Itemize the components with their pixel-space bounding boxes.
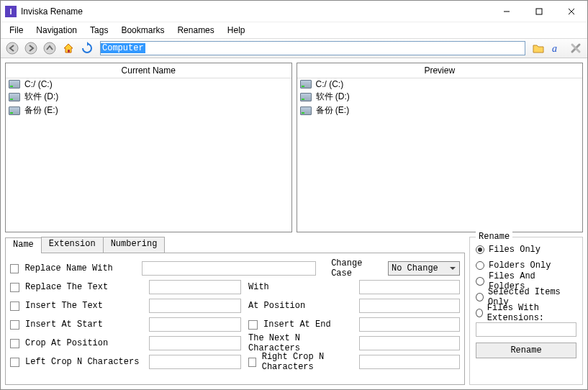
replace-name-label: Replace Name With <box>24 263 139 273</box>
radio-files-and-folders[interactable] <box>476 277 484 286</box>
preview-list[interactable]: C:/ (C:) 软件 (D:) 备份 (E:) <box>297 78 583 232</box>
radio-files-with-ext[interactable] <box>476 309 483 317</box>
up-button[interactable] <box>41 40 58 57</box>
case-button[interactable]: a <box>548 40 566 57</box>
list-item[interactable]: 软件 (D:) <box>297 90 583 104</box>
drive-icon <box>9 106 20 115</box>
radio-selected-only[interactable] <box>476 293 484 301</box>
app-icon: I <box>5 6 17 17</box>
home-button[interactable] <box>60 40 77 57</box>
right-crop-checkbox[interactable] <box>248 358 256 367</box>
right-crop-label: Right Crop N Characters <box>262 352 356 372</box>
titlebar: I Inviska Rename <box>1 1 587 22</box>
radio-files-only[interactable] <box>476 245 484 254</box>
tab-numbering[interactable]: Numbering <box>103 237 166 253</box>
minimize-button[interactable] <box>490 1 523 22</box>
insert-start-input[interactable] <box>149 317 241 332</box>
change-case-select[interactable]: No Change <box>388 261 460 276</box>
item-label: C:/ (C:) <box>316 79 344 89</box>
item-label: 软件 (D:) <box>24 91 58 103</box>
radio-folders-only[interactable] <box>476 261 484 270</box>
window-title: Inviska Rename <box>21 6 490 17</box>
svg-text:a: a <box>552 43 557 54</box>
menu-tags[interactable]: Tags <box>84 24 114 37</box>
radio-files-only-label: Files Only <box>489 245 540 255</box>
insert-text-checkbox[interactable] <box>10 301 19 311</box>
insert-end-checkbox[interactable] <box>248 320 258 330</box>
insert-text-input[interactable] <box>149 299 241 313</box>
bottom-area: Name Extension Numbering Replace Name Wi… <box>1 237 587 389</box>
tab-name-body: Replace Name With Change Case No Change … <box>5 253 465 385</box>
menu-help[interactable]: Help <box>222 24 251 37</box>
at-position-input[interactable] <box>359 299 460 313</box>
insert-end-label: Insert At End <box>263 319 331 330</box>
replace-text-input[interactable] <box>149 280 241 294</box>
tab-name[interactable]: Name <box>5 237 42 253</box>
tab-extension[interactable]: Extension <box>41 237 104 253</box>
insert-text-label: Insert The Text <box>25 301 146 311</box>
replace-name-checkbox[interactable] <box>10 264 19 273</box>
drive-icon <box>300 80 312 89</box>
right-crop-input[interactable] <box>359 355 460 369</box>
list-item[interactable]: C:/ (C:) <box>297 78 583 90</box>
replace-text-label: Replace The Text <box>25 282 146 292</box>
menubar: File Navigation Tags Bookmarks Renames H… <box>1 22 587 38</box>
insert-start-label: Insert At Start <box>25 319 146 330</box>
replace-name-input[interactable] <box>142 261 316 276</box>
crop-pos-checkbox[interactable] <box>10 339 19 348</box>
menu-renames[interactable]: Renames <box>171 24 220 37</box>
next-n-label: The Next N Characters <box>248 333 356 353</box>
forward-button[interactable] <box>22 40 40 57</box>
current-name-list[interactable]: C:/ (C:) 软件 (D:) 备份 (E:) <box>6 78 291 232</box>
rename-options-tabs: Name Extension Numbering Replace Name Wi… <box>5 237 465 385</box>
crop-pos-input[interactable] <box>149 336 241 350</box>
refresh-button[interactable] <box>78 40 96 57</box>
change-case-label: Change Case <box>331 258 385 278</box>
list-item[interactable]: 备份 (E:) <box>6 104 291 117</box>
current-name-header: Current Name <box>6 63 291 78</box>
change-case-value: No Change <box>392 263 438 273</box>
svg-point-6 <box>44 42 55 54</box>
svg-rect-7 <box>68 50 70 53</box>
rename-group-title: Rename <box>476 232 512 242</box>
menu-bookmarks[interactable]: Bookmarks <box>115 24 170 37</box>
svg-point-5 <box>25 42 37 54</box>
radio-files-with-ext-label: Files With Extensions: <box>487 303 576 323</box>
svg-rect-1 <box>536 9 542 14</box>
item-label: C:/ (C:) <box>24 79 53 89</box>
extensions-input[interactable] <box>476 322 576 337</box>
item-label: 软件 (D:) <box>316 91 350 103</box>
left-crop-checkbox[interactable] <box>10 358 19 367</box>
replace-with-input[interactable] <box>359 280 460 294</box>
insert-end-input[interactable] <box>359 317 460 332</box>
insert-start-checkbox[interactable] <box>10 320 19 330</box>
menu-file[interactable]: File <box>4 24 29 37</box>
with-label: With <box>248 282 269 292</box>
file-panels: Current Name C:/ (C:) 软件 (D:) 备份 (E:) Pr… <box>1 58 587 237</box>
drive-icon <box>300 106 312 115</box>
rename-button[interactable]: Rename <box>476 343 576 358</box>
radio-folders-only-label: Folders Only <box>489 260 551 271</box>
menu-navigation[interactable]: Navigation <box>30 24 83 37</box>
left-crop-input[interactable] <box>149 355 241 369</box>
open-folder-button[interactable] <box>530 40 547 57</box>
next-n-input[interactable] <box>359 336 460 350</box>
rename-group: Rename Files Only Folders Only Files And… <box>469 237 583 385</box>
address-bar[interactable]: Computer <box>100 41 525 55</box>
settings-button[interactable] <box>567 40 584 57</box>
preview-panel: Preview C:/ (C:) 软件 (D:) 备份 (E:) <box>297 63 584 232</box>
back-button[interactable] <box>4 40 21 57</box>
close-button[interactable] <box>555 1 587 22</box>
address-text: Computer <box>101 43 145 53</box>
crop-pos-label: Crop At Position <box>25 338 146 348</box>
item-label: 备份 (E:) <box>316 104 350 117</box>
drive-icon <box>300 93 312 101</box>
list-item[interactable]: C:/ (C:) <box>6 78 291 90</box>
maximize-button[interactable] <box>523 1 555 22</box>
list-item[interactable]: 软件 (D:) <box>6 90 291 104</box>
replace-text-checkbox[interactable] <box>10 283 19 292</box>
drive-icon <box>9 93 20 101</box>
list-item[interactable]: 备份 (E:) <box>297 104 583 117</box>
item-label: 备份 (E:) <box>24 104 58 117</box>
toolbar: Computer a <box>1 38 587 58</box>
